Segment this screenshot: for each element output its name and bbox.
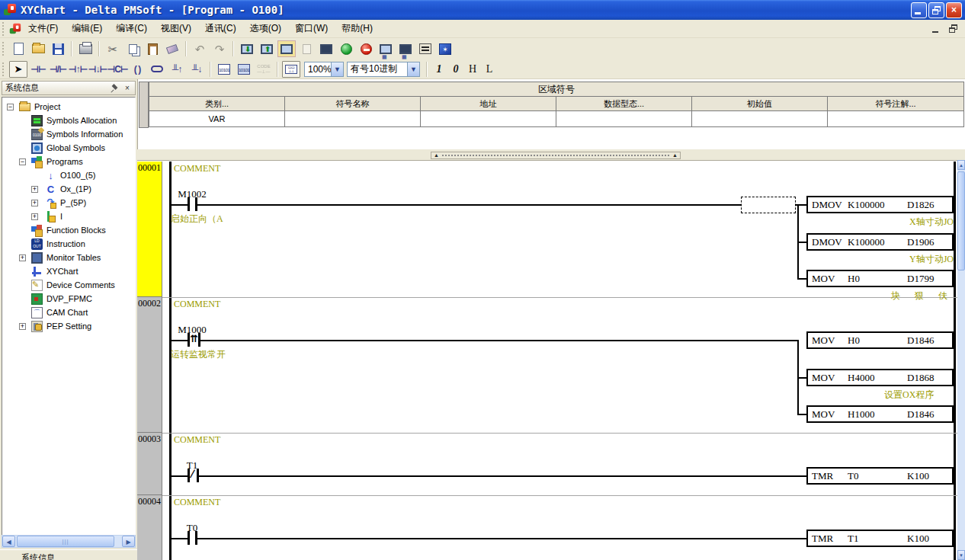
tree-item-dvp-fpmc[interactable]: DVP_FPMC <box>2 293 135 306</box>
contact-normally-open-icon[interactable]: ⊣⊢ <box>29 61 47 78</box>
device-monitor-table-icon[interactable]: ▦ <box>377 40 395 57</box>
monitor-mode-icon[interactable] <box>317 40 335 57</box>
menu-edit[interactable]: 编辑(E) <box>65 20 109 37</box>
collapse-up-icon[interactable]: ▲ <box>672 152 678 158</box>
pin-icon[interactable] <box>111 84 120 93</box>
instruction-box[interactable]: MOV H4000 D1868 <box>806 369 954 386</box>
scrollbar-thumb[interactable]: ||| <box>17 536 114 547</box>
menu-help[interactable]: 帮助(H) <box>335 20 380 37</box>
mdi-minimize-icon[interactable] <box>930 24 942 34</box>
tree-item-ox[interactable]: + C Ox_(1P) <box>2 183 135 197</box>
edit-cursor-cell[interactable] <box>741 197 796 213</box>
rung-comment[interactable]: COMMENT <box>174 497 220 508</box>
scroll-right-icon[interactable]: ▶ <box>122 536 135 547</box>
close-icon[interactable]: × <box>123 84 132 93</box>
table-cell[interactable]: VAR <box>149 110 285 127</box>
device-comment[interactable]: Y轴寸动JO <box>854 253 954 266</box>
table-cell[interactable] <box>420 110 556 127</box>
menu-compile[interactable]: 编译(C) <box>109 20 154 37</box>
ladder-monitor-edit-icon[interactable]: 10101 <box>235 61 253 78</box>
paste-icon[interactable] <box>143 40 162 57</box>
instruction-box[interactable]: DMOV K100000 D1906 <box>806 233 954 251</box>
scroll-up-icon[interactable]: ▲ <box>957 160 965 170</box>
communication-setting-icon[interactable] <box>277 40 296 57</box>
radix-hex-button[interactable]: H <box>464 63 481 75</box>
chevron-down-icon[interactable]: ▼ <box>407 62 419 76</box>
contact-normally-closed-icon[interactable]: ⊣/⊢ <box>49 61 67 78</box>
force-on-button[interactable]: 1 <box>431 63 447 75</box>
mdi-restore-icon[interactable] <box>947 24 959 34</box>
instruction-box[interactable]: TMR T1 K100 <box>806 530 954 547</box>
chevron-down-icon[interactable]: ▼ <box>331 62 343 76</box>
tree-item-instruction[interactable]: LDOUT Instruction <box>2 238 135 251</box>
cut-icon[interactable]: ✂ <box>104 40 122 57</box>
expand-icon[interactable]: + <box>31 200 38 206</box>
device-comment[interactable]: 块 狠 伕 <box>854 290 954 302</box>
tree-item-i[interactable]: + I <box>2 210 135 224</box>
undo-icon[interactable]: ↶ <box>191 40 209 57</box>
device-comment[interactable]: X轴寸动JO <box>854 216 954 229</box>
menu-options[interactable]: 选项(O) <box>243 20 288 37</box>
save-icon[interactable] <box>49 40 67 57</box>
instruction-box[interactable]: MOV H0 D1846 <box>806 331 954 349</box>
tree-item-pep-setting[interactable]: + PEP Setting <box>2 320 135 334</box>
tree-item-o100[interactable]: ↓ O100_(5) <box>2 169 135 183</box>
download-to-plc-icon[interactable]: ⬇ <box>238 40 256 57</box>
instruction-box[interactable]: DMOV K100000 D1826 <box>806 196 954 213</box>
zoom-combobox[interactable]: 100% ▼ <box>304 62 344 77</box>
instruction-box[interactable]: TMR T0 K100 <box>806 467 954 485</box>
contact-falling-edge-icon[interactable]: ⊣↓⊢ <box>88 61 107 78</box>
rung-comment[interactable]: COMMENT <box>174 163 220 174</box>
rung-number[interactable]: 00001 <box>137 162 162 297</box>
contact-device-label[interactable]: T0 <box>175 522 209 534</box>
column-header[interactable]: 符号名称 <box>284 96 421 111</box>
device-comment[interactable]: 启始正向（A <box>171 213 223 226</box>
table-cell[interactable] <box>827 110 964 127</box>
close-button[interactable]: × <box>946 2 962 18</box>
radix-decimal-button[interactable]: L <box>481 63 498 75</box>
instruction-box[interactable]: MOV H1000 D1846 <box>806 405 954 423</box>
scroll-left-icon[interactable]: ◀ <box>2 536 15 547</box>
contact-compare-icon[interactable]: ⊣C⊢ <box>108 61 127 78</box>
tree-item-p[interactable]: + ↷ P_(5P) <box>2 197 135 210</box>
tree-item-global-symbols[interactable]: Global Symbols <box>2 142 135 155</box>
menu-file[interactable]: 文件(F) <box>21 20 65 37</box>
redo-icon[interactable]: ↷ <box>210 40 229 57</box>
device-comment[interactable]: 设置OX程序 <box>884 389 956 402</box>
menu-communication[interactable]: 通讯(C) <box>198 20 243 37</box>
collapse-icon[interactable]: − <box>7 104 14 110</box>
splitter-handle[interactable] <box>442 155 669 156</box>
menu-window[interactable]: 窗口(W) <box>288 20 335 37</box>
scroll-down-icon[interactable]: ▼ <box>957 550 965 560</box>
tree-item-device-comments[interactable]: Device Comments <box>2 279 135 293</box>
collapse-icon[interactable]: − <box>19 158 26 165</box>
expand-icon[interactable]: + <box>31 213 38 220</box>
radix-combobox[interactable]: 有号10进制 ▼ <box>347 62 420 77</box>
tree-item-cam-chart[interactable]: ⌒ CAM Chart <box>2 306 135 320</box>
paste-program-icon[interactable] <box>297 40 316 57</box>
table-cell[interactable] <box>691 110 828 127</box>
table-cell[interactable] <box>556 110 692 127</box>
device-comment-toggle-icon[interactable]: ▭▭⊥⊥ <box>282 61 300 78</box>
print-icon[interactable] <box>76 40 95 57</box>
application-instruction-icon[interactable] <box>148 61 166 78</box>
column-header[interactable]: 地址 <box>420 96 556 111</box>
rung-number[interactable]: 00002 <box>137 297 162 433</box>
tree-item-programs[interactable]: − Programs <box>2 155 135 169</box>
device-monitor-edit-icon[interactable]: ▦ <box>396 40 415 57</box>
contact-normally-open[interactable] <box>188 197 190 211</box>
tree-item-function-blocks[interactable]: Function Blocks <box>2 224 135 238</box>
rung-number[interactable]: 00004 <box>137 495 162 560</box>
contact-normally-open[interactable] <box>188 531 190 545</box>
expand-icon[interactable]: + <box>19 254 26 261</box>
row-selector[interactable] <box>139 82 149 128</box>
tree-item-xychart[interactable]: XYChart <box>2 265 135 279</box>
scrollbar-thumb[interactable] <box>957 171 965 270</box>
rung-comment[interactable]: COMMENT <box>174 299 220 310</box>
table-ladder-splitter[interactable]: ▲ ▲ <box>431 152 681 159</box>
output-falling-icon[interactable]: ╨↓ <box>188 61 206 78</box>
system-info-tab[interactable]: 系统信息 <box>0 549 137 560</box>
column-header[interactable]: 初始值 <box>691 96 828 111</box>
expand-icon[interactable]: + <box>19 323 26 330</box>
wizard-icon[interactable]: ✶ <box>436 40 454 57</box>
